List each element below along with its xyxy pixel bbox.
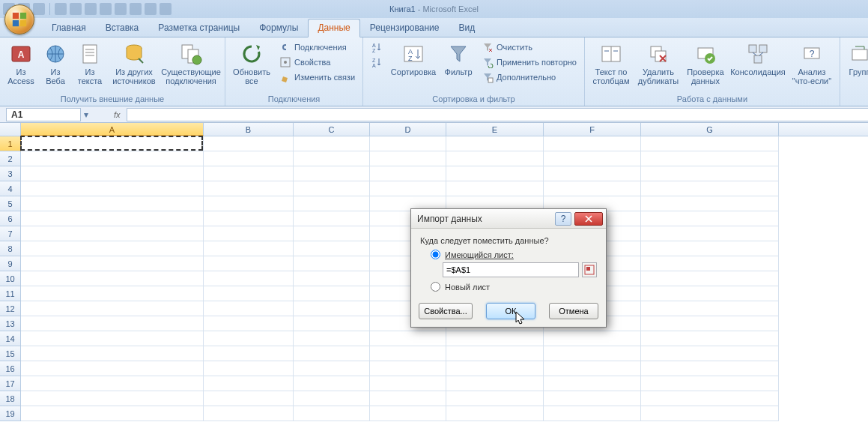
cell[interactable] xyxy=(204,406,294,421)
address-input[interactable] xyxy=(443,262,579,277)
cancel-button[interactable]: Отмена xyxy=(549,303,598,319)
radio-existing[interactable] xyxy=(431,250,440,259)
cell[interactable] xyxy=(294,256,370,271)
tab-page-layout[interactable]: Разметка страницы xyxy=(148,19,249,37)
row-header[interactable]: 7 xyxy=(0,226,21,241)
cell[interactable] xyxy=(204,256,294,271)
existing-connections-button[interactable]: Существующие подключения xyxy=(162,40,220,87)
cell[interactable] xyxy=(544,181,641,196)
cell[interactable] xyxy=(294,361,370,376)
cell[interactable] xyxy=(446,361,544,376)
cell[interactable] xyxy=(21,316,204,331)
cell[interactable] xyxy=(544,346,641,361)
fx-label[interactable]: fx xyxy=(114,110,121,119)
cell[interactable] xyxy=(294,286,370,301)
cell[interactable] xyxy=(446,406,544,421)
cell[interactable] xyxy=(641,316,779,331)
cell[interactable] xyxy=(446,181,544,196)
cell[interactable] xyxy=(370,391,446,406)
cell[interactable] xyxy=(21,151,204,166)
cell[interactable] xyxy=(204,166,294,181)
cell[interactable] xyxy=(641,211,779,226)
advanced-filter-button[interactable]: Дополнительно xyxy=(479,70,580,84)
cell[interactable] xyxy=(370,346,446,361)
cell[interactable] xyxy=(370,136,446,151)
formula-input[interactable] xyxy=(127,108,868,121)
cell[interactable] xyxy=(21,211,204,226)
row-header[interactable]: 6 xyxy=(0,211,21,226)
column-header-D[interactable]: D xyxy=(370,123,446,136)
row-header[interactable]: 4 xyxy=(0,181,21,196)
cell[interactable] xyxy=(294,376,370,391)
option-existing-sheet[interactable]: Имеющийся лист: xyxy=(431,250,597,259)
cell[interactable] xyxy=(294,271,370,286)
cell[interactable] xyxy=(370,166,446,181)
cell[interactable] xyxy=(641,406,779,421)
dialog-help-button[interactable]: ? xyxy=(555,212,571,226)
cell[interactable] xyxy=(294,166,370,181)
cell[interactable] xyxy=(370,376,446,391)
cell[interactable] xyxy=(370,406,446,421)
qat-sort-asc-icon[interactable] xyxy=(130,3,142,15)
text-to-columns-button[interactable]: Текст по столбцам xyxy=(589,40,633,87)
cell[interactable] xyxy=(294,301,370,316)
radio-new[interactable] xyxy=(431,282,440,292)
sort-asc-button[interactable]: AZ xyxy=(368,40,386,54)
cell[interactable] xyxy=(294,211,370,226)
group-button[interactable]: Групп xyxy=(845,40,868,78)
row-header[interactable]: 16 xyxy=(0,361,21,376)
cell[interactable] xyxy=(21,361,204,376)
cell[interactable] xyxy=(641,181,779,196)
qat-spelling-icon[interactable] xyxy=(115,3,127,15)
qat-print-icon[interactable] xyxy=(85,3,97,15)
cell[interactable] xyxy=(294,181,370,196)
cell[interactable] xyxy=(446,166,544,181)
row-header[interactable]: 1 xyxy=(0,136,21,151)
cell[interactable] xyxy=(641,361,779,376)
cell[interactable] xyxy=(370,151,446,166)
cell[interactable] xyxy=(641,166,779,181)
cell[interactable] xyxy=(204,391,294,406)
cell[interactable] xyxy=(641,301,779,316)
column-header-A[interactable]: A xyxy=(21,123,204,136)
row-header[interactable]: 10 xyxy=(0,271,21,286)
cell[interactable] xyxy=(21,286,204,301)
cell[interactable] xyxy=(21,136,204,151)
cell[interactable] xyxy=(294,331,370,346)
cell[interactable] xyxy=(544,406,641,421)
tab-home[interactable]: Главная xyxy=(42,19,96,37)
dialog-close-button[interactable] xyxy=(574,212,603,226)
office-button[interactable] xyxy=(4,4,34,34)
tab-insert[interactable]: Вставка xyxy=(96,19,149,37)
cell[interactable] xyxy=(641,331,779,346)
cell[interactable] xyxy=(544,136,641,151)
qat-more-icon[interactable] xyxy=(160,3,172,15)
column-header-E[interactable]: E xyxy=(446,123,544,136)
row-header[interactable]: 15 xyxy=(0,346,21,361)
row-header[interactable]: 2 xyxy=(0,151,21,166)
cell[interactable] xyxy=(21,331,204,346)
cell[interactable] xyxy=(204,361,294,376)
qat-open-icon[interactable] xyxy=(70,3,82,15)
cell[interactable] xyxy=(204,211,294,226)
cell[interactable] xyxy=(294,316,370,331)
qat-redo-icon[interactable] xyxy=(33,3,45,15)
cell[interactable] xyxy=(446,151,544,166)
qat-new-icon[interactable] xyxy=(55,3,67,15)
tab-review[interactable]: Рецензирование xyxy=(360,19,449,37)
properties-button-dialog[interactable]: Свойства... xyxy=(419,303,473,319)
cell[interactable] xyxy=(294,346,370,361)
cell[interactable] xyxy=(204,151,294,166)
range-picker-button[interactable] xyxy=(582,262,597,277)
cell[interactable] xyxy=(294,136,370,151)
column-header-G[interactable]: G xyxy=(641,123,779,136)
clear-filter-button[interactable]: Очистить xyxy=(479,40,580,54)
row-header[interactable]: 8 xyxy=(0,241,21,256)
properties-button[interactable]: Свойства xyxy=(276,55,358,69)
cell[interactable] xyxy=(641,151,779,166)
cell[interactable] xyxy=(641,136,779,151)
tab-data[interactable]: Данные xyxy=(308,19,359,37)
consolidate-button[interactable]: Консолидация xyxy=(730,40,786,78)
cell[interactable] xyxy=(641,271,779,286)
cell[interactable] xyxy=(641,391,779,406)
